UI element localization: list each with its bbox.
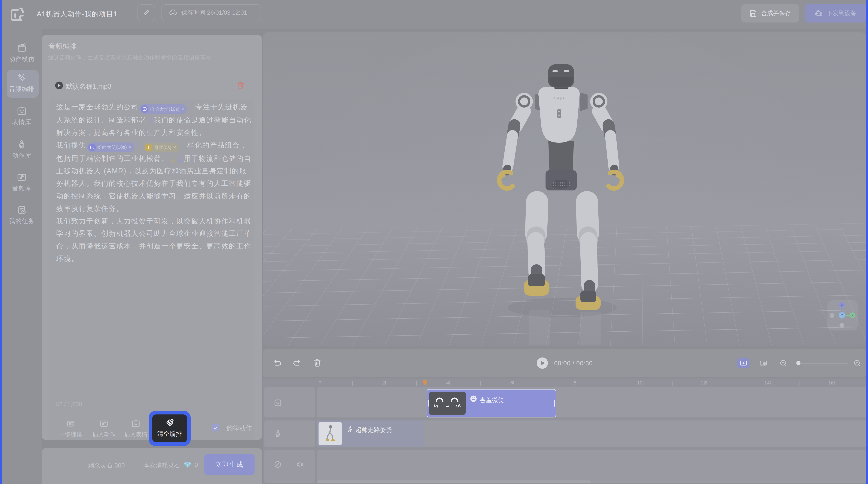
svg-text:Y: Y	[841, 314, 843, 317]
svg-text:0 * # @ A: 0 * # @ A	[553, 97, 565, 100]
svg-text:X: X	[851, 314, 854, 317]
svg-text:Z: Z	[841, 303, 843, 307]
